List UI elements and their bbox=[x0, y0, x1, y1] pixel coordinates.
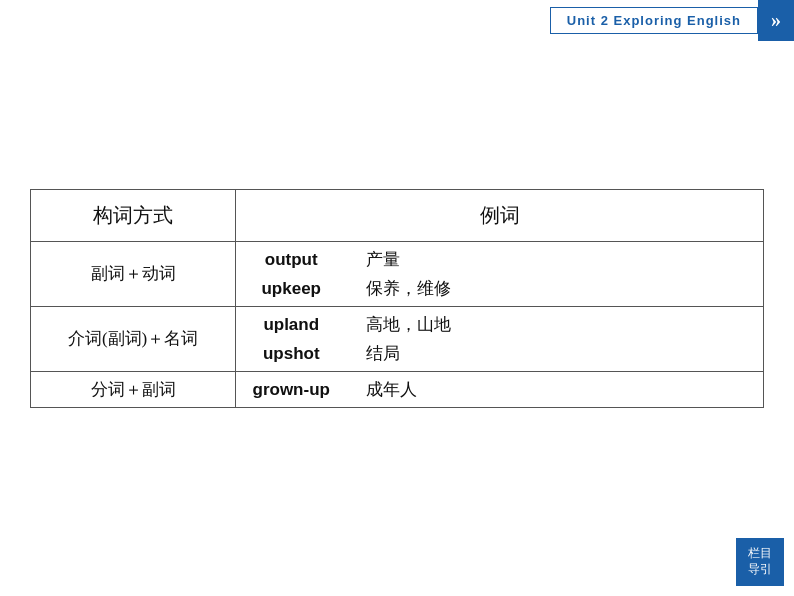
table-row: 介词(副词)＋名词upland高地，山地upshot 结局 bbox=[31, 306, 764, 371]
example-row: upland高地，山地 bbox=[236, 313, 763, 336]
category-cell: 副词＋动词 bbox=[31, 241, 236, 306]
category-cell: 介词(副词)＋名词 bbox=[31, 306, 236, 371]
example-meaning: 结局 bbox=[366, 342, 400, 365]
example-word: upland bbox=[236, 315, 346, 335]
example-word: grown-up bbox=[236, 380, 346, 400]
table-row: 分词＋副词grown-up成年人 bbox=[31, 371, 764, 407]
example-word: output bbox=[236, 250, 346, 270]
nav-button[interactable]: 栏目导引 bbox=[736, 538, 784, 586]
example-word: upshot bbox=[236, 344, 346, 364]
example-meaning: 产量 bbox=[366, 248, 400, 271]
header: Unit 2 Exploring English » bbox=[550, 0, 794, 41]
example-row: output产量 bbox=[236, 248, 763, 271]
example-row: upkeep保养，维修 bbox=[236, 277, 763, 300]
example-meaning: 保养，维修 bbox=[366, 277, 451, 300]
example-row: upshot 结局 bbox=[236, 342, 763, 365]
nav-arrow-icon[interactable]: » bbox=[758, 0, 794, 41]
main-content: 构词方式 例词 副词＋动词output产量upkeep保养，维修介词(副词)＋名… bbox=[30, 60, 764, 536]
examples-cell: upland高地，山地upshot 结局 bbox=[236, 306, 764, 371]
vocab-table: 构词方式 例词 副词＋动词output产量upkeep保养，维修介词(副词)＋名… bbox=[30, 189, 764, 408]
nav-button-label: 栏目导引 bbox=[748, 546, 772, 577]
example-meaning: 成年人 bbox=[366, 378, 417, 401]
unit-label: Unit 2 Exploring English bbox=[550, 7, 758, 34]
col-method-header: 构词方式 bbox=[31, 189, 236, 241]
example-row: grown-up成年人 bbox=[236, 378, 763, 401]
category-cell: 分词＋副词 bbox=[31, 371, 236, 407]
table-row: 副词＋动词output产量upkeep保养，维修 bbox=[31, 241, 764, 306]
examples-cell: output产量upkeep保养，维修 bbox=[236, 241, 764, 306]
examples-cell: grown-up成年人 bbox=[236, 371, 764, 407]
example-word: upkeep bbox=[236, 279, 346, 299]
example-meaning: 高地，山地 bbox=[366, 313, 451, 336]
col-examples-header: 例词 bbox=[236, 189, 764, 241]
